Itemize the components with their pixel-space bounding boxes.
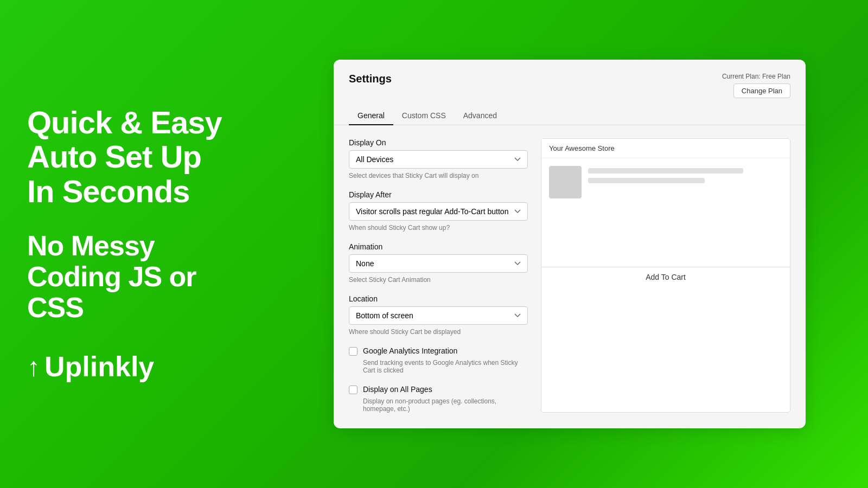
google-analytics-checkbox[interactable]	[349, 347, 358, 356]
display-on-hint: Select devices that Sticky Cart will dis…	[349, 172, 528, 179]
display-after-select[interactable]: Visitor scrolls past regular Add-To-Cart…	[349, 202, 528, 221]
google-analytics-row: Google Analytics Integration	[349, 346, 528, 356]
location-select[interactable]: Bottom of screen Top of screen	[349, 306, 528, 325]
display-after-hint: When should Sticky Cart show up?	[349, 224, 528, 232]
display-after-group: Display After Visitor scrolls past regul…	[349, 190, 528, 232]
google-analytics-group: Google Analytics Integration Send tracki…	[349, 346, 528, 374]
display-all-pages-hint: Display on non-product pages (eg. collec…	[363, 397, 528, 413]
tab-advanced[interactable]: Advanced	[455, 107, 506, 125]
brand-name: Uplinkly	[44, 350, 154, 383]
form-section: Display On All Devices Desktop Only Mobi…	[349, 138, 528, 413]
preview-store-name: Your Awesome Store	[541, 139, 790, 158]
card-header: Settings Current Plan: Free Plan Change …	[334, 60, 806, 98]
display-on-select[interactable]: All Devices Desktop Only Mobile Only	[349, 150, 528, 169]
display-all-pages-label: Display on All Pages	[363, 385, 432, 394]
right-panel: Settings Current Plan: Free Plan Change …	[282, 0, 868, 488]
preview-product-lines	[588, 166, 782, 183]
animation-hint: Select Sticky Cart Animation	[349, 276, 528, 284]
display-all-pages-row: Display on All Pages	[349, 385, 528, 394]
animation-select[interactable]: None Slide Fade	[349, 254, 528, 273]
google-analytics-hint: Send tracking events to Google Analytics…	[363, 359, 528, 374]
card-body: Display On All Devices Desktop Only Mobi…	[334, 125, 806, 426]
preview-store: Your Awesome Store Add To Cart	[541, 138, 790, 413]
preview-add-to-cart-bar: Add To Cart	[541, 267, 790, 287]
settings-card: Settings Current Plan: Free Plan Change …	[334, 60, 806, 428]
location-label: Location	[349, 294, 528, 303]
tab-general[interactable]: General	[349, 107, 393, 125]
display-on-group: Display On All Devices Desktop Only Mobi…	[349, 138, 528, 179]
display-all-pages-group: Display on All Pages Display on non-prod…	[349, 385, 528, 413]
tabs-bar: General Custom CSS Advanced	[334, 98, 806, 125]
display-on-label: Display On	[349, 138, 528, 147]
display-after-label: Display After	[349, 190, 528, 199]
brand-logo: ↑ Uplinkly	[27, 350, 255, 383]
settings-title: Settings	[349, 73, 392, 85]
change-plan-button[interactable]: Change Plan	[733, 84, 790, 98]
plan-area: Current Plan: Free Plan Change Plan	[722, 73, 790, 98]
sub-text: No MessyCoding JS orCSS	[27, 230, 255, 324]
google-analytics-label: Google Analytics Integration	[363, 346, 457, 355]
preview-product-image	[549, 166, 582, 198]
preview-line-1	[588, 168, 743, 174]
preview-product-row	[549, 166, 782, 198]
hero-text: Quick & EasyAuto Set UpIn Seconds	[27, 105, 255, 209]
animation-group: Animation None Slide Fade Select Sticky …	[349, 242, 528, 284]
brand-arrow-icon: ↑	[27, 352, 40, 382]
preview-line-2	[588, 178, 705, 183]
current-plan-label: Current Plan: Free Plan	[722, 73, 790, 80]
preview-panel: Your Awesome Store Add To Cart	[541, 138, 790, 413]
location-group: Location Bottom of screen Top of screen …	[349, 294, 528, 336]
preview-store-body	[541, 158, 790, 267]
left-panel: Quick & EasyAuto Set UpIn Seconds No Mes…	[0, 0, 282, 488]
display-all-pages-checkbox[interactable]	[349, 386, 358, 394]
animation-label: Animation	[349, 242, 528, 251]
location-hint: Where should Sticky Cart be displayed	[349, 328, 528, 336]
tab-custom-css[interactable]: Custom CSS	[393, 107, 455, 125]
